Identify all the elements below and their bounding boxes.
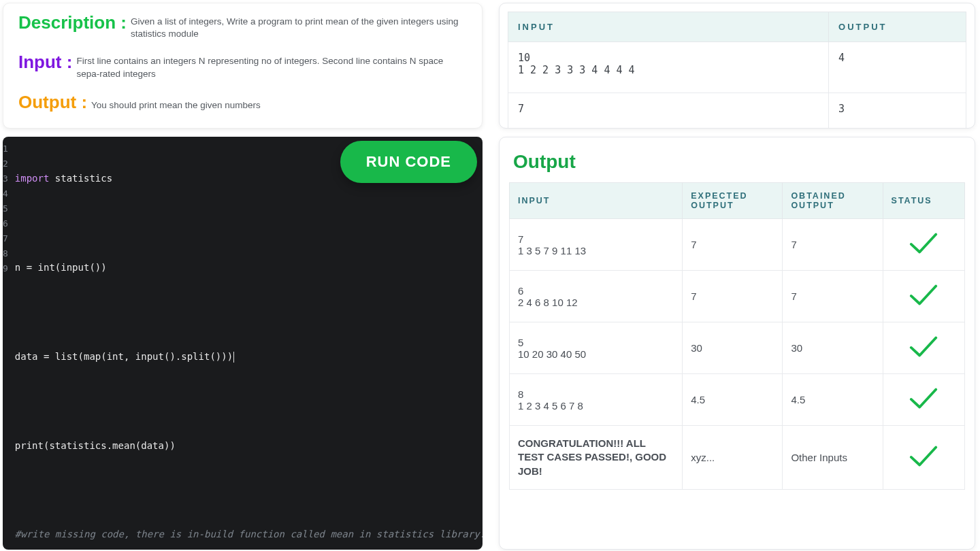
input-spec-text: First line contains an integers N repres… — [76, 52, 467, 80]
results-input-cell: CONGRATULATION!!! ALL TEST CASES PASSED!… — [510, 426, 683, 490]
sample-io-card: INPUT OUTPUT 10 1 2 2 3 3 3 4 4 4 4 4 7 … — [499, 3, 975, 129]
code-editor[interactable]: 123456789 import statistics n = int(inpu… — [3, 137, 483, 550]
results-expected-cell: 30 — [683, 322, 783, 374]
results-status-cell — [883, 322, 964, 374]
output-spec-text: You should print mean the given numbers — [91, 93, 261, 112]
results-input-cell: 8 1 2 3 4 5 6 7 8 — [510, 374, 683, 426]
results-header-obtained: OBTAINED OUTPUT — [783, 183, 883, 219]
code-editor-panel: RUN CODE 123456789 import statistics n =… — [3, 137, 483, 550]
results-expected-cell: 4.5 — [683, 374, 783, 426]
input-spec-label: Input : — [18, 52, 72, 72]
check-icon — [907, 333, 940, 361]
code-text: print(statistics.mean(data)) — [15, 440, 176, 451]
results-status-cell — [883, 271, 964, 322]
results-title: Output — [513, 151, 965, 173]
results-obtained-cell: 7 — [783, 271, 883, 322]
sample-output-cell: 4 — [829, 42, 966, 93]
sample-output-header: OUTPUT — [829, 12, 966, 42]
text-cursor — [233, 352, 234, 363]
results-row: 6 2 4 6 8 10 1277 — [510, 271, 965, 322]
problem-card: Description : Given a list of integers, … — [3, 3, 483, 129]
results-header-input: INPUT — [510, 183, 683, 219]
code-text: statistics — [49, 173, 112, 184]
results-expected-cell: xyz... — [683, 426, 783, 490]
results-status-cell — [883, 374, 964, 426]
code-keyword: import — [15, 173, 50, 184]
results-row: 5 10 20 30 40 503030 — [510, 322, 965, 374]
output-spec-label: Output : — [18, 93, 87, 112]
results-row: CONGRATULATION!!! ALL TEST CASES PASSED!… — [510, 426, 965, 490]
results-row: 7 1 3 5 7 9 11 1377 — [510, 219, 965, 271]
code-text: n = int(input()) — [15, 262, 107, 273]
sample-input-header: INPUT — [508, 12, 829, 42]
sample-input-cell: 7 — [508, 93, 829, 129]
results-input-cell: 7 1 3 5 7 9 11 13 — [510, 219, 683, 271]
results-status-cell — [883, 219, 964, 271]
code-comment: #write missing code, there is in-build f… — [15, 529, 483, 539]
sample-row: 7 3 — [508, 93, 966, 129]
check-icon — [907, 443, 940, 470]
run-code-button[interactable]: RUN CODE — [340, 141, 477, 183]
results-header-status: STATUS — [883, 183, 964, 219]
results-obtained-cell: 30 — [783, 322, 883, 374]
code-area[interactable]: import statistics n = int(input()) data … — [15, 142, 483, 550]
results-table: INPUT EXPECTED OUTPUT OBTAINED OUTPUT ST… — [509, 182, 965, 490]
code-text: data = list(map(int, input().split())) — [15, 351, 233, 362]
check-icon — [907, 282, 940, 309]
results-row: 8 1 2 3 4 5 6 7 84.54.5 — [510, 374, 965, 426]
results-input-cell: 6 2 4 6 8 10 12 — [510, 271, 683, 322]
results-expected-cell: 7 — [683, 271, 783, 322]
sample-output-cell: 3 — [829, 93, 966, 129]
description-text: Given a list of integers, Write a progra… — [131, 13, 467, 40]
description-label: Description : — [18, 13, 127, 33]
sample-io-table: INPUT OUTPUT 10 1 2 2 3 3 3 4 4 4 4 4 7 … — [508, 12, 966, 129]
line-gutter: 123456789 — [3, 142, 15, 550]
results-header-expected: EXPECTED OUTPUT — [683, 183, 783, 219]
results-obtained-cell: Other Inputs — [783, 426, 883, 490]
results-expected-cell: 7 — [683, 219, 783, 271]
results-status-cell — [883, 426, 964, 490]
check-icon — [907, 385, 940, 412]
results-input-cell: 5 10 20 30 40 50 — [510, 322, 683, 374]
check-icon — [907, 230, 940, 257]
results-obtained-cell: 7 — [783, 219, 883, 271]
sample-row: 10 1 2 2 3 3 3 4 4 4 4 4 — [508, 42, 966, 93]
results-card: Output INPUT EXPECTED OUTPUT OBTAINED OU… — [499, 137, 975, 550]
sample-input-cell: 10 1 2 2 3 3 3 4 4 4 4 — [508, 42, 829, 93]
results-obtained-cell: 4.5 — [783, 374, 883, 426]
